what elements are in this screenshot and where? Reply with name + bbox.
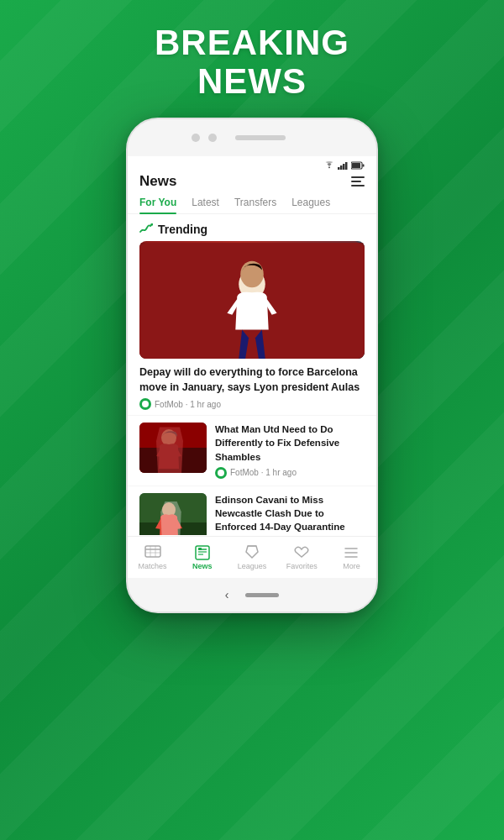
page-header: BREAKING NEWS	[0, 0, 504, 118]
wifi-icon	[324, 161, 334, 170]
svg-rect-24	[196, 546, 209, 559]
svg-rect-19	[145, 546, 160, 557]
nav-leagues[interactable]: Leagues	[227, 545, 276, 570]
breaking-news-title: BREAKING NEWS	[0, 24, 504, 101]
leagues-icon	[244, 545, 260, 560]
svg-rect-28	[198, 548, 202, 550]
news-icon	[194, 545, 211, 560]
trending-section-header: Trending	[128, 214, 376, 241]
more-icon	[343, 545, 360, 560]
tab-leagues[interactable]: Leagues	[291, 197, 330, 213]
svg-rect-2	[343, 164, 345, 170]
favorites-icon	[293, 545, 310, 560]
status-bar	[128, 156, 376, 171]
phone-top-bar	[128, 119, 376, 156]
home-pill[interactable]	[245, 593, 279, 597]
featured-caption: Depay will do everything to force Barcel…	[128, 365, 376, 415]
battery-icon	[351, 161, 365, 170]
tab-for-you[interactable]: For You	[139, 197, 176, 213]
news-text-2: Edinson Cavani to Miss Newcastle Clash D…	[215, 493, 365, 536]
news-item-2[interactable]: Edinson Cavani to Miss Newcastle Clash D…	[128, 486, 376, 536]
news-text-1: What Man Utd Need to Do Differently to F…	[215, 423, 365, 478]
nav-news-label: News	[192, 562, 213, 570]
featured-source-row: FotMob · 1 hr ago	[139, 398, 365, 410]
svg-rect-0	[338, 167, 340, 170]
signal-icon	[338, 161, 348, 170]
nav-favorites-label: Favorites	[286, 562, 318, 570]
trending-icon	[139, 223, 153, 235]
app-title: News	[139, 173, 176, 190]
phone-screen: News For You Latest Transfers Leagues	[128, 156, 376, 578]
news-source-1: FotMob · 1 hr ago	[230, 468, 297, 477]
svg-rect-5	[363, 165, 365, 167]
source-badge-1	[215, 467, 227, 479]
back-arrow-icon[interactable]: ‹	[225, 588, 229, 601]
nav-matches[interactable]: Matches	[128, 545, 177, 570]
nav-matches-label: Matches	[139, 562, 167, 570]
news-title-2: Edinson Cavani to Miss Newcastle Clash D…	[215, 493, 365, 533]
svg-rect-1	[340, 165, 343, 170]
phone-body: News For You Latest Transfers Leagues	[126, 118, 378, 613]
phone-bottom-bar: ‹	[128, 578, 376, 612]
app-header: News	[128, 171, 376, 197]
svg-rect-6	[352, 163, 360, 168]
news-source-row-1: FotMob · 1 hr ago	[215, 467, 365, 479]
nav-more[interactable]: More	[327, 545, 376, 570]
svg-point-18	[162, 502, 176, 517]
news-thumb-1	[139, 423, 207, 473]
svg-rect-3	[345, 162, 348, 170]
svg-rect-13	[139, 448, 207, 473]
camera-right	[208, 134, 217, 142]
nav-favorites[interactable]: Favorites	[277, 545, 327, 570]
tab-transfers[interactable]: Transfers	[234, 197, 276, 213]
nav-more-label: More	[343, 562, 360, 570]
featured-image[interactable]	[139, 241, 365, 359]
status-icons	[324, 161, 365, 170]
phone-mockup: News For You Latest Transfers Leagues	[0, 118, 504, 613]
source-badge	[139, 398, 151, 410]
news-title-1: What Man Utd Need to Do Differently to F…	[215, 423, 365, 463]
news-content: Trending	[128, 214, 376, 535]
power-button	[376, 220, 378, 262]
menu-button[interactable]	[351, 176, 365, 186]
trending-label: Trending	[158, 223, 207, 236]
matches-icon	[144, 545, 161, 560]
featured-article-title[interactable]: Depay will do everything to force Barcel…	[139, 365, 365, 395]
svg-rect-16	[139, 522, 207, 536]
tab-bar: For You Latest Transfers Leagues	[128, 197, 376, 214]
bottom-nav: Matches News	[128, 536, 376, 578]
news-thumb-2	[139, 493, 207, 536]
tab-latest[interactable]: Latest	[192, 197, 219, 213]
nav-news[interactable]: News	[177, 545, 227, 570]
phone-speaker	[235, 135, 286, 140]
svg-point-14	[161, 429, 176, 446]
news-item-1[interactable]: What Man Utd Need to Do Differently to F…	[128, 415, 376, 485]
camera-left	[192, 134, 200, 142]
nav-leagues-label: Leagues	[238, 562, 267, 570]
featured-source: FotMob · 1 hr ago	[155, 400, 221, 409]
